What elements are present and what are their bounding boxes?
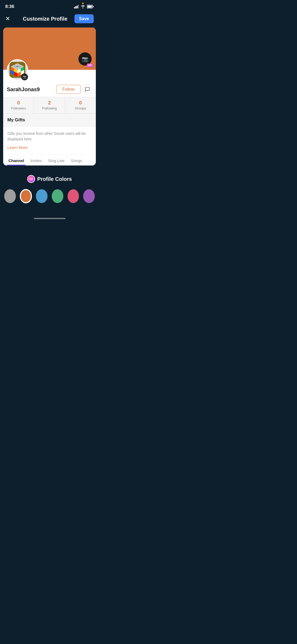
learn-more-link[interactable]: Learn More xyxy=(7,145,28,150)
home-indicator xyxy=(0,214,99,221)
groups-stat[interactable]: 0 Groups xyxy=(65,97,96,113)
follow-button[interactable]: Follow xyxy=(56,85,81,94)
stats-row: 0 Followers 2 Following 0 Groups xyxy=(3,97,96,113)
status-time: 8:36 xyxy=(5,4,14,9)
avatar-wrapper: 📷 xyxy=(7,59,28,80)
banner-vip-badge: VIP xyxy=(87,63,93,67)
message-icon xyxy=(85,87,90,92)
avatar-camera-button[interactable]: 📷 xyxy=(21,73,28,80)
tab-channel[interactable]: Channel xyxy=(5,155,27,165)
profile-info-row: SarahJonas9 Follow xyxy=(3,83,96,97)
wifi-icon xyxy=(81,5,85,8)
page-title: Customize Profile xyxy=(23,16,67,22)
gifts-content: Gifts you receive from other Smule users… xyxy=(3,126,96,154)
following-label: Following xyxy=(34,106,65,110)
svg-rect-1 xyxy=(87,6,92,8)
followers-count: 0 xyxy=(3,100,34,106)
vip-badge: VIP xyxy=(27,175,35,183)
gifts-description: Gifts you receive from other Smule users… xyxy=(7,131,92,142)
tab-songs[interactable]: Songs xyxy=(68,155,85,165)
header: ✕ Customize Profile Save xyxy=(0,12,99,27)
my-gifts-header: My Gifts xyxy=(3,113,96,126)
following-count: 2 xyxy=(34,100,65,106)
status-bar: 8:36 xyxy=(0,0,99,12)
color-swatch-gray[interactable] xyxy=(4,189,16,203)
groups-label: Groups xyxy=(65,106,96,110)
color-swatch-purple[interactable] xyxy=(83,189,95,203)
tab-singlive[interactable]: Sing Live xyxy=(45,155,68,165)
status-icons xyxy=(74,5,94,8)
home-bar xyxy=(34,218,65,219)
tabs-row: Channel Invites Sing Live Songs xyxy=(3,154,96,165)
color-swatch-pink[interactable] xyxy=(68,189,79,203)
color-swatches xyxy=(4,189,95,203)
profile-colors-header: VIP Profile Colors xyxy=(4,175,95,183)
followers-stat[interactable]: 0 Followers xyxy=(3,97,34,113)
profile-card: 📷 VIP xyxy=(3,27,96,165)
avatar-section: 📷 xyxy=(3,70,96,83)
groups-count: 0 xyxy=(65,100,96,106)
avatar-camera-icon: 📷 xyxy=(23,75,27,79)
following-stat[interactable]: 2 Following xyxy=(34,97,65,113)
banner-camera-icon: 📷 xyxy=(82,56,88,62)
notification-dot xyxy=(82,3,84,4)
followers-label: Followers xyxy=(3,106,34,110)
save-button[interactable]: Save xyxy=(74,14,94,23)
battery-icon xyxy=(87,5,94,8)
color-swatch-green[interactable] xyxy=(52,189,63,203)
my-gifts-title: My Gifts xyxy=(7,117,25,122)
signal-icon xyxy=(74,5,79,8)
profile-colors-title: Profile Colors xyxy=(37,176,72,182)
username: SarahJonas9 xyxy=(7,86,40,93)
bottom-panel: VIP Profile Colors xyxy=(0,170,99,208)
close-button[interactable]: ✕ xyxy=(5,15,16,22)
svg-rect-2 xyxy=(93,6,94,7)
tab-invites[interactable]: Invites xyxy=(27,155,45,165)
color-swatch-blue[interactable] xyxy=(36,189,48,203)
profile-actions: Follow xyxy=(56,85,92,94)
color-swatch-orange[interactable] xyxy=(20,189,32,203)
message-button[interactable] xyxy=(83,85,92,94)
